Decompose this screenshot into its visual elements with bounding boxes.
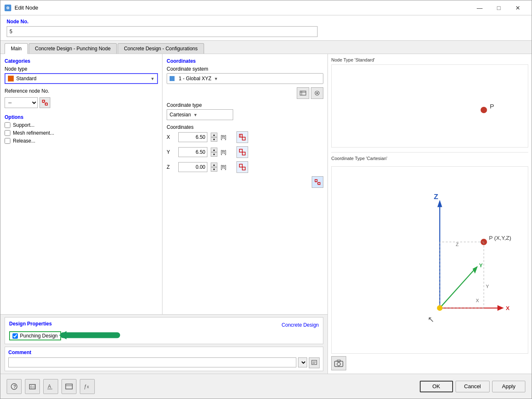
design-props-title: Design Properties <box>9 321 52 327</box>
svg-rect-21 <box>318 182 320 185</box>
release-row: Release... <box>5 138 158 144</box>
maximize-button[interactable]: □ <box>489 0 508 15</box>
node-type-value: Standard <box>16 76 148 81</box>
z-input[interactable] <box>178 162 207 172</box>
coord-system-select[interactable]: 1 - Global XYZ ▼ <box>167 73 323 84</box>
svg-marker-32 <box>437 200 442 207</box>
x-cross-btn[interactable] <box>236 131 248 143</box>
y-spin-btns: ▲ ▼ <box>211 148 217 157</box>
tab-concrete-punching[interactable]: Concrete Design - Punching Node <box>29 43 117 54</box>
footer-icon-3[interactable]: A <box>43 379 58 394</box>
z-spin-down[interactable]: ▼ <box>211 167 217 172</box>
mesh-checkbox[interactable] <box>5 130 10 136</box>
svg-text:Y: Y <box>479 262 483 268</box>
release-checkbox[interactable] <box>5 138 10 144</box>
footer: ? 0.0 A <box>0 374 532 399</box>
minimize-button[interactable]: — <box>470 0 489 15</box>
comment-section: Comment <box>5 347 323 371</box>
green-arrow <box>59 329 126 343</box>
node-type-select[interactable]: Standard ▼ <box>5 73 158 84</box>
coord-icon-btn-1[interactable] <box>297 87 309 99</box>
svg-rect-3 <box>45 103 47 105</box>
design-props-header: Design Properties Concrete Design <box>9 321 319 329</box>
right-panel: Node Type 'Standard' P Coordinate Type '… <box>328 54 532 374</box>
x-label: X <box>167 134 175 140</box>
node-no-label: Node No. <box>7 19 318 25</box>
punching-checkbox[interactable] <box>12 333 18 339</box>
coord-type-select[interactable]: Cartesian ▼ <box>167 109 233 120</box>
coord-type-diagram-label: Coordinate Type 'Cartesian' <box>331 156 528 161</box>
node-no-section: Node No. <box>7 19 318 37</box>
cancel-button[interactable]: Cancel <box>456 381 490 392</box>
title-bar: Edit Node — □ ✕ <box>0 0 532 15</box>
x-spin-down[interactable]: ▼ <box>211 137 217 142</box>
svg-text:Z: Z <box>434 192 438 201</box>
node-type-diagram-label: Node Type 'Standard' <box>331 57 528 62</box>
svg-text:ƒ: ƒ <box>84 384 87 389</box>
extra-cross-btn[interactable] <box>312 176 323 188</box>
svg-line-34 <box>440 268 476 308</box>
coord-icon-btn-2[interactable] <box>311 87 323 99</box>
z-spin-up[interactable]: ▲ <box>211 163 217 167</box>
x-input[interactable] <box>178 132 207 142</box>
svg-rect-60 <box>66 384 72 389</box>
x-spin-btns: ▲ ▼ <box>211 133 217 142</box>
middle-panel: Coordinates Coordinate system 1 - Global… <box>163 54 328 314</box>
y-spin-down[interactable]: ▼ <box>211 152 217 157</box>
support-checkbox[interactable] <box>5 122 10 128</box>
node-no-input[interactable] <box>7 26 318 37</box>
comment-input[interactable] <box>8 357 296 367</box>
y-spin-up[interactable]: ▲ <box>211 148 217 152</box>
coord-system-label: Coordinate system <box>167 66 323 72</box>
close-button[interactable]: ✕ <box>508 0 527 15</box>
support-label: Support... <box>13 122 34 128</box>
y-cross-btn[interactable] <box>236 146 248 158</box>
z-cross-btn[interactable] <box>236 161 248 173</box>
categories-section: Categories Node type Standard ▼ Referenc… <box>5 58 158 108</box>
z-coord-row: Z ▲ ▼ [ft] <box>167 161 323 173</box>
svg-point-29 <box>480 107 487 113</box>
footer-icon-5[interactable]: ƒ x <box>80 379 95 394</box>
footer-icon-4[interactable] <box>62 379 76 394</box>
coord-type-diagram: Z Y X P (X,Y,Z) <box>331 166 528 354</box>
x-unit: [ft] <box>221 134 233 140</box>
tab-main[interactable]: Main <box>5 43 28 54</box>
z-spin-btns: ▲ ▼ <box>211 163 217 172</box>
y-coord-row: Y ▲ ▼ [ft] <box>167 146 323 158</box>
tab-concrete-config[interactable]: Concrete Design - Configurations <box>118 43 204 54</box>
y-input[interactable] <box>178 147 207 157</box>
camera-btn[interactable] <box>331 356 346 370</box>
concrete-design-link[interactable]: Concrete Design <box>282 322 319 328</box>
svg-rect-17 <box>242 152 245 155</box>
coord-icon-buttons <box>167 87 323 99</box>
node-type-color-box <box>8 76 14 81</box>
comment-dropdown[interactable] <box>298 357 307 367</box>
footer-icon-2[interactable]: 0.0 <box>25 379 40 394</box>
footer-icon-group: ? 0.0 A <box>7 379 95 394</box>
coord-type-diagram-container: Coordinate Type 'Cartesian' Z Y <box>331 156 528 370</box>
mesh-label: Mesh refinement... <box>13 130 54 136</box>
ok-button[interactable]: OK <box>420 381 453 392</box>
categories-title: Categories <box>5 58 158 64</box>
svg-marker-25 <box>59 331 66 340</box>
x-spin-up[interactable]: ▲ <box>211 133 217 137</box>
reference-pick-btn[interactable] <box>39 97 50 108</box>
svg-rect-16 <box>239 149 242 152</box>
punching-checkbox-wrapper: Punching Design <box>9 331 61 340</box>
coords-title: Coordinates <box>167 58 323 64</box>
mesh-row: Mesh refinement... <box>5 130 158 136</box>
footer-icon-1[interactable]: ? <box>7 379 22 394</box>
reference-select[interactable]: -- <box>5 97 38 108</box>
diagram-divider <box>331 152 528 153</box>
bottom-left-middle: Design Properties Concrete Design Punchi… <box>0 314 328 374</box>
comment-icon-btn[interactable] <box>309 357 320 368</box>
svg-point-12 <box>316 92 318 94</box>
node-type-diagram-container: Node Type 'Standard' P <box>331 57 528 149</box>
y-unit: [ft] <box>221 149 233 155</box>
node-type-svg: P <box>332 65 528 147</box>
y-spinner: ▲ ▼ <box>211 148 217 157</box>
apply-button[interactable]: Apply <box>492 381 525 392</box>
svg-rect-8 <box>300 91 306 95</box>
options-title: Options <box>5 114 158 120</box>
coord-type-value: Cartesian <box>170 112 191 118</box>
